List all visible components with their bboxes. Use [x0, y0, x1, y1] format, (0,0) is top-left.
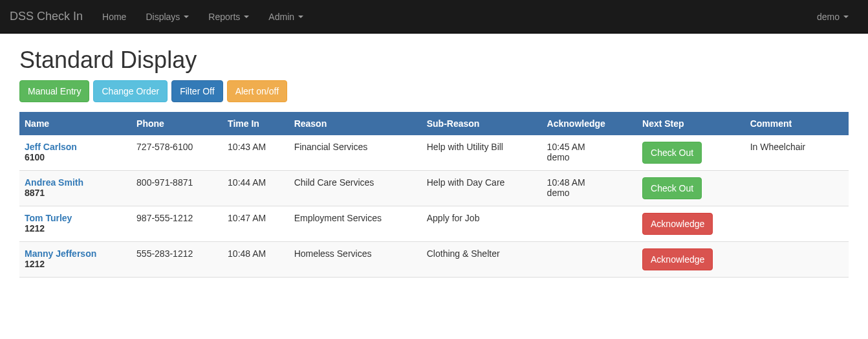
cell-phone: 987-555-1212: [131, 206, 222, 242]
col-header-phone[interactable]: Phone: [131, 112, 222, 135]
col-header-ack[interactable]: Acknowledge: [542, 112, 637, 135]
nav-displays[interactable]: Displays: [136, 2, 199, 32]
navbar-left: DSS Check In Home Displays Reports: [10, 0, 313, 33]
nav-admin[interactable]: Admin: [259, 2, 313, 32]
name-link[interactable]: Andrea Smith: [25, 177, 126, 188]
alert-onoff-button[interactable]: Alert on/off: [227, 80, 287, 102]
col-header-subreason[interactable]: Sub-Reason: [422, 112, 542, 135]
ack-user: demo: [547, 152, 632, 162]
nav-user-menu[interactable]: demo: [807, 2, 858, 32]
nav-displays-label: Displays: [146, 12, 180, 22]
nav-admin-label: Admin: [268, 12, 294, 22]
cell-name: Jeff Carlson6100: [19, 135, 131, 171]
col-header-nextstep[interactable]: Next Step: [637, 112, 745, 135]
cell-timein: 10:47 AM: [222, 206, 289, 242]
nav-home[interactable]: Home: [92, 2, 136, 32]
name-code: 1212: [25, 259, 45, 269]
cell-phone: 727-578-6100: [131, 135, 222, 171]
checkin-table: Name Phone Time In Reason Sub-Reason Ack…: [19, 112, 849, 278]
table-header-row: Name Phone Time In Reason Sub-Reason Ack…: [19, 112, 849, 135]
navbar: DSS Check In Home Displays Reports: [0, 0, 868, 34]
cell-comment: [745, 171, 849, 206]
name-code: 8871: [25, 188, 45, 198]
acknowledge-button[interactable]: Acknowledge: [642, 213, 713, 235]
ack-time: 10:45 AM: [547, 142, 632, 152]
table-row: Andrea Smith8871800-971-887110:44 AMChil…: [19, 171, 849, 206]
nav-reports-label: Reports: [208, 12, 240, 22]
cell-subreason: Help with Utility Bill: [422, 135, 542, 171]
table-row: Tom Turley1212987-555-121210:47 AMEmploy…: [19, 206, 849, 242]
cell-nextstep: Acknowledge: [637, 206, 745, 242]
acknowledge-button[interactable]: Acknowledge: [642, 248, 713, 270]
change-order-button[interactable]: Change Order: [93, 80, 168, 102]
cell-nextstep: Check Out: [637, 135, 745, 171]
col-header-timein[interactable]: Time In: [222, 112, 289, 135]
cell-reason: Financial Services: [289, 135, 422, 171]
name-code: 6100: [25, 152, 45, 162]
name-link[interactable]: Jeff Carlson: [25, 142, 126, 152]
ack-user: demo: [547, 188, 632, 198]
navbar-right: demo: [807, 2, 858, 32]
chevron-down-icon: [843, 16, 849, 18]
col-header-name[interactable]: Name: [19, 112, 131, 135]
cell-subreason: Apply for Job: [422, 206, 542, 242]
cell-nextstep: Acknowledge: [637, 242, 745, 278]
name-link[interactable]: Tom Turley: [25, 213, 126, 223]
page-title: Standard Display: [19, 47, 849, 74]
cell-comment: In Wheelchair: [745, 135, 849, 171]
cell-timein: 10:48 AM: [222, 242, 289, 278]
nav-reports[interactable]: Reports: [199, 2, 259, 32]
checkout-button[interactable]: Check Out: [642, 177, 702, 199]
cell-subreason: Help with Day Care: [422, 171, 542, 206]
manual-entry-button[interactable]: Manual Entry: [19, 80, 89, 102]
ack-time: 10:48 AM: [547, 177, 632, 188]
table-row: Manny Jefferson1212555-283-121210:48 AMH…: [19, 242, 849, 278]
cell-acknowledge: [542, 242, 637, 278]
table-row: Jeff Carlson6100727-578-610010:43 AMFina…: [19, 135, 849, 171]
button-toolbar: Manual Entry Change Order Filter Off Ale…: [19, 80, 849, 102]
checkout-button[interactable]: Check Out: [642, 142, 702, 164]
cell-acknowledge: [542, 206, 637, 242]
cell-reason: Employment Services: [289, 206, 422, 242]
cell-subreason: Clothing & Shelter: [422, 242, 542, 278]
cell-acknowledge: 10:45 AMdemo: [542, 135, 637, 171]
cell-nextstep: Check Out: [637, 171, 745, 206]
cell-reason: Homeless Services: [289, 242, 422, 278]
col-header-reason[interactable]: Reason: [289, 112, 422, 135]
cell-phone: 800-971-8871: [131, 171, 222, 206]
cell-timein: 10:44 AM: [222, 171, 289, 206]
chevron-down-icon: [244, 16, 249, 18]
cell-name: Manny Jefferson1212: [19, 242, 131, 278]
cell-comment: [745, 206, 849, 242]
name-code: 1212: [25, 223, 45, 234]
navbar-nav: Home Displays Reports Admin: [92, 2, 313, 32]
name-link[interactable]: Manny Jefferson: [25, 248, 126, 259]
filter-off-button[interactable]: Filter Off: [171, 80, 222, 102]
col-header-comment[interactable]: Comment: [745, 112, 849, 135]
cell-name: Tom Turley1212: [19, 206, 131, 242]
cell-name: Andrea Smith8871: [19, 171, 131, 206]
cell-timein: 10:43 AM: [222, 135, 289, 171]
cell-comment: [745, 242, 849, 278]
cell-acknowledge: 10:48 AMdemo: [542, 171, 637, 206]
main-container: Standard Display Manual Entry Change Ord…: [10, 47, 858, 278]
nav-user-label: demo: [817, 12, 840, 22]
chevron-down-icon: [184, 16, 189, 18]
navbar-brand[interactable]: DSS Check In: [10, 0, 92, 33]
cell-phone: 555-283-1212: [131, 242, 222, 278]
nav-home-label: Home: [102, 12, 126, 22]
chevron-down-icon: [298, 16, 303, 18]
cell-reason: Child Care Services: [289, 171, 422, 206]
